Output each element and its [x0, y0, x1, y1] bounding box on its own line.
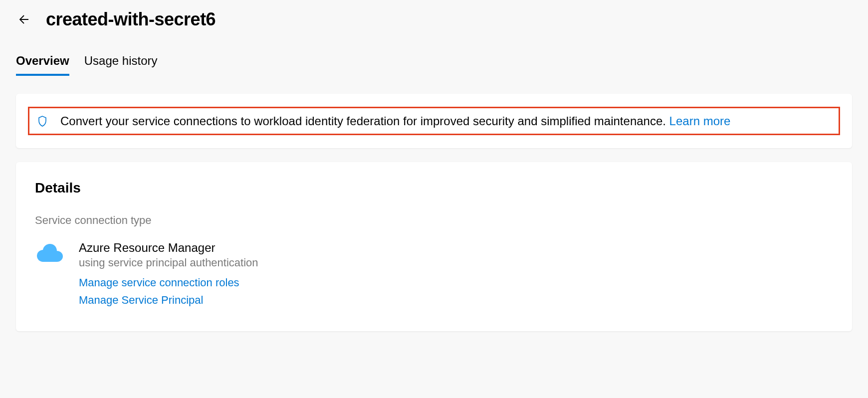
banner-learn-more-link[interactable]: Learn more	[669, 114, 731, 128]
manage-service-connection-roles-link[interactable]: Manage service connection roles	[79, 274, 258, 291]
back-button[interactable]	[16, 11, 32, 27]
tab-usage-history-label: Usage history	[84, 54, 158, 67]
connection-type-subtext: using service principal authentication	[79, 255, 258, 271]
header-row: created-with-secret6	[16, 9, 852, 30]
banner-text: Convert your service connections to work…	[60, 113, 730, 129]
tab-usage-history[interactable]: Usage history	[84, 54, 158, 76]
details-heading: Details	[35, 180, 833, 196]
details-card: Details Service connection type Azure Re…	[16, 162, 852, 331]
page-root: created-with-secret6 Overview Usage hist…	[0, 0, 868, 354]
banner-message: Convert your service connections to work…	[60, 114, 669, 128]
connection-type-text: Azure Resource Manager using service pri…	[79, 240, 258, 309]
page-title: created-with-secret6	[46, 9, 216, 30]
connection-type-row: Azure Resource Manager using service pri…	[35, 240, 833, 309]
manage-service-principal-link[interactable]: Manage Service Principal	[79, 291, 258, 309]
shield-icon	[36, 115, 48, 127]
connection-type-name: Azure Resource Manager	[79, 240, 258, 255]
conversion-banner: Convert your service connections to work…	[28, 107, 840, 135]
tab-overview[interactable]: Overview	[16, 54, 69, 76]
cloud-icon	[35, 242, 64, 263]
conversion-banner-card: Convert your service connections to work…	[16, 94, 852, 148]
tab-overview-label: Overview	[16, 54, 69, 67]
arrow-left-icon	[18, 13, 30, 25]
tabs: Overview Usage history	[16, 54, 852, 76]
field-label-service-connection-type: Service connection type	[35, 214, 833, 227]
